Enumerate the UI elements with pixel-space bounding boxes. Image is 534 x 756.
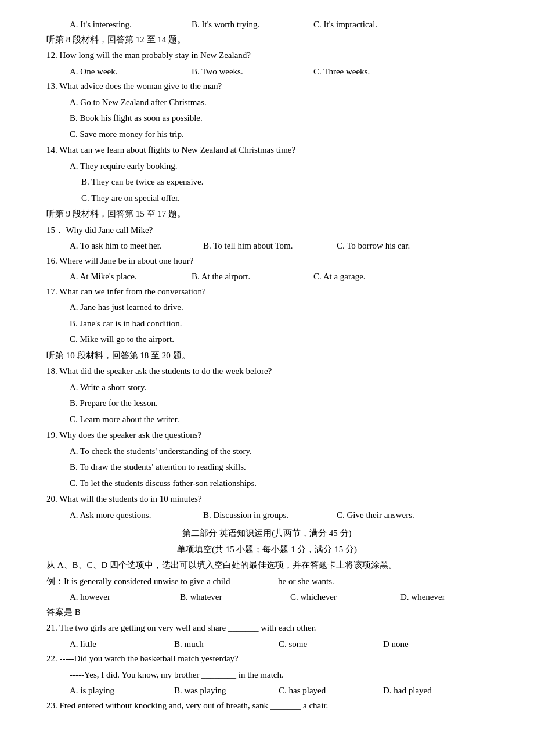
q14-option-c: C. They are on special offer. — [46, 191, 488, 206]
option-c: C. some — [279, 637, 383, 652]
option-a: A. One week. — [70, 64, 192, 80]
option-b: B. It's worth trying. — [192, 17, 313, 33]
question-22: 22. -----Did you watch the basketball ma… — [46, 651, 488, 667]
question-13: 13. What advice does the woman give to t… — [46, 79, 488, 94]
option-a: A. Ask more questions. — [70, 508, 203, 523]
q14-option-b: B. They can be twice as expensive. — [46, 175, 488, 190]
option-b: B. whatever — [180, 590, 290, 605]
q13-option-b: B. Book his flight as soon as possible. — [46, 111, 488, 126]
q18-option-c: C. Learn more about the writer. — [46, 412, 488, 427]
question-12: 12. How long will the man probably stay … — [46, 48, 488, 63]
option-c: C. has played — [279, 683, 383, 699]
options-q12: A. One week. B. Two weeks. C. Three week… — [46, 64, 488, 80]
question-17: 17. What can we infer from the conversat… — [46, 285, 488, 300]
option-c: C. whichever — [290, 590, 400, 605]
question-21: 21. The two girls are getting on very we… — [46, 621, 488, 636]
question-15: 15． Why did Jane call Mike? — [46, 223, 488, 238]
option-c: C. Give their answers. — [337, 508, 453, 523]
section-8: 听第 8 段材料，回答第 12 至 14 题。 — [46, 33, 488, 48]
section-10: 听第 10 段材料，回答第 18 至 20 题。 — [46, 348, 488, 363]
option-d: D. had played — [383, 683, 470, 699]
option-d: D none — [383, 637, 470, 652]
option-b: B. To tell him about Tom. — [203, 239, 337, 254]
option-a: A. At Mike's place. — [70, 269, 192, 285]
question-19: 19. Why does the speaker ask the questio… — [46, 428, 488, 443]
q17-option-c: C. Mike will go to the airport. — [46, 332, 488, 347]
option-d: D. whenever — [400, 590, 488, 605]
question-20: 20. What will the students do in 10 minu… — [46, 492, 488, 507]
q19-option-c: C. To let the students discuss father-so… — [46, 476, 488, 491]
q17-option-b: B. Jane's car is in bad condition. — [46, 316, 488, 332]
options-q11: A. It's interesting. B. It's worth tryin… — [46, 17, 488, 33]
option-a: A. little — [70, 637, 174, 652]
option-a: A. To ask him to meet her. — [70, 239, 203, 254]
example-answer: 答案是 B — [46, 605, 488, 620]
option-a: A. however — [70, 590, 180, 605]
example-question: 例：It is generally considered unwise to g… — [46, 574, 488, 589]
q13-option-c: C. Save more money for his trip. — [46, 127, 488, 142]
q22-follow: -----Yes, I did. You know, my brother __… — [46, 668, 488, 683]
page-content: A. It's interesting. B. It's worth tryin… — [46, 17, 488, 713]
option-c: C. Three weeks. — [313, 64, 435, 80]
section-fill-header: 单项填空(共 15 小题；每小题 1 分，满分 15 分) — [46, 542, 488, 557]
options-example: A. however B. whatever C. whichever D. w… — [46, 590, 488, 605]
option-a: A. is playing — [70, 683, 174, 699]
option-b: B. At the airport. — [192, 269, 313, 285]
question-18: 18. What did the speaker ask the student… — [46, 364, 488, 379]
option-a: A. It's interesting. — [70, 17, 192, 33]
part2-header: 第二部分 英语知识运用(共两节，满分 45 分) — [46, 526, 488, 541]
option-b: B. Two weeks. — [192, 64, 313, 80]
question-23: 23. Fred entered without knocking and, v… — [46, 699, 488, 714]
section-9: 听第 9 段材料，回答第 15 至 17 题。 — [46, 207, 488, 222]
q13-option-a: A. Go to New Zealand after Christmas. — [46, 95, 488, 110]
option-b: B. was playing — [174, 683, 279, 699]
option-c: C. It's impractical. — [313, 17, 435, 33]
q18-option-b: B. Prepare for the lesson. — [46, 396, 488, 411]
options-q20: A. Ask more questions. B. Discussion in … — [46, 508, 488, 523]
options-q15: A. To ask him to meet her. B. To tell hi… — [46, 239, 488, 254]
q19-option-b: B. To draw the students' attention to re… — [46, 460, 488, 475]
option-b: B. Discussion in groups. — [203, 508, 337, 523]
q14-option-a: A. They require early booking. — [46, 159, 488, 174]
q17-option-a: A. Jane has just learned to drive. — [46, 300, 488, 315]
option-c: C. To borrow his car. — [337, 239, 453, 254]
option-b: B. much — [174, 637, 279, 652]
option-c: C. At a garage. — [313, 269, 430, 285]
question-14: 14. What can we learn about flights to N… — [46, 143, 488, 158]
options-q22: A. is playing B. was playing C. has play… — [46, 683, 488, 699]
options-q16: A. At Mike's place. B. At the airport. C… — [46, 269, 488, 285]
options-q21: A. little B. much C. some D none — [46, 637, 488, 652]
q18-option-a: A. Write a short story. — [46, 380, 488, 395]
instruction: 从 A、B、C、D 四个选项中，选出可以填入空白处的最佳选项，并在答题卡上将该项… — [46, 558, 488, 573]
q19-option-a: A. To check the students' understanding … — [46, 444, 488, 459]
question-16: 16. Where will Jane be in about one hour… — [46, 254, 488, 269]
